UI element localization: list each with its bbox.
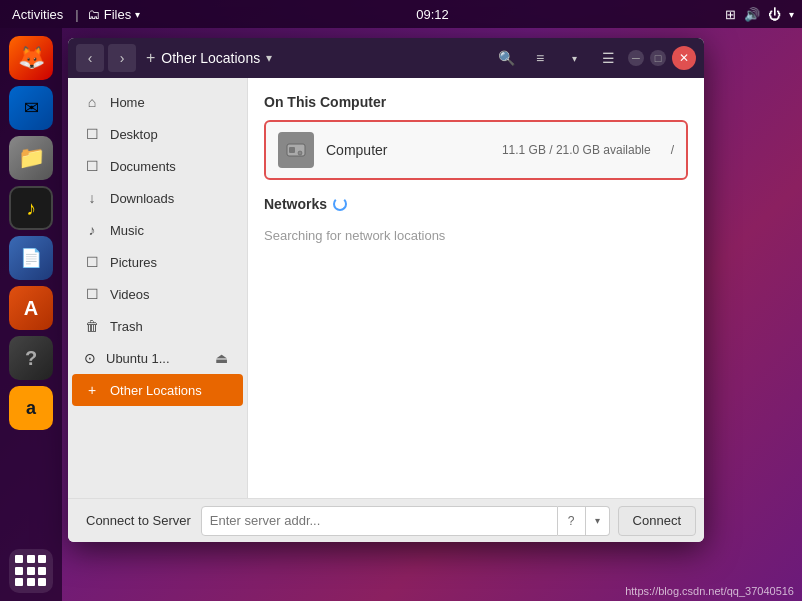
home-icon: ⌂ [84, 94, 100, 110]
sidebar-item-videos[interactable]: ☐ Videos [68, 278, 247, 310]
sidebar-item-pictures[interactable]: ☐ Pictures [68, 246, 247, 278]
network-icon[interactable]: ⊞ [725, 7, 736, 22]
taskbar-top: Activities | 🗂 Files ▾ 09:12 ⊞ 🔊 ⏻ ▾ [0, 0, 802, 28]
sidebar-item-documents[interactable]: ☐ Documents [68, 150, 247, 182]
svg-point-2 [298, 151, 302, 155]
networks-section-title: Networks [264, 196, 688, 212]
music-icon: ♪ [84, 222, 100, 238]
on-this-computer-title: On This Computer [264, 94, 688, 110]
search-button[interactable]: 🔍 [492, 44, 520, 72]
sidebar-music-label: Music [110, 223, 144, 238]
file-manager-window: ‹ › + Other Locations ▾ 🔍 ≡ ▾ ☰ ─ □ ✕ ⌂ … [68, 38, 704, 542]
downloads-icon: ↓ [84, 190, 100, 206]
power-icon[interactable]: ⏻ [768, 7, 781, 22]
desktop-icon-sidebar: ☐ [84, 126, 100, 142]
dock-item-software-center[interactable]: A [9, 286, 53, 330]
files-menu-button[interactable]: 🗂 Files ▾ [87, 7, 140, 22]
thunderbird-icon: ✉ [24, 97, 39, 119]
forward-button[interactable]: › [108, 44, 136, 72]
server-address-input[interactable] [201, 506, 558, 536]
sidebar-videos-label: Videos [110, 287, 150, 302]
dock-left: 🦊 ✉ 📁 ♪ 📄 A ? a [0, 28, 62, 601]
computer-space-info: 11.1 GB / 21.0 GB available [502, 143, 651, 157]
content-area: ⌂ Home ☐ Desktop ☐ Documents ↓ Downloads… [68, 78, 704, 498]
computer-drive-item[interactable]: Computer 11.1 GB / 21.0 GB available / [264, 120, 688, 180]
sidebar-downloads-label: Downloads [110, 191, 174, 206]
bottom-bar: Connect to Server ? ▾ Connect [68, 498, 704, 542]
back-button[interactable]: ‹ [76, 44, 104, 72]
dock-item-files[interactable]: 📁 [9, 136, 53, 180]
activities-button[interactable]: Activities [8, 7, 67, 22]
computer-path-label: / [671, 143, 674, 157]
amazon-icon: a [26, 398, 36, 419]
breadcrumb-location: Other Locations [161, 50, 260, 66]
sidebar-item-home[interactable]: ⌂ Home [68, 86, 247, 118]
hard-disk-icon [278, 132, 314, 168]
dock-item-writer[interactable]: 📄 [9, 236, 53, 280]
sidebar-documents-label: Documents [110, 159, 176, 174]
title-bar: ‹ › + Other Locations ▾ 🔍 ≡ ▾ ☰ ─ □ ✕ [68, 38, 704, 78]
view-list-button[interactable]: ≡ [526, 44, 554, 72]
sidebar-trash-label: Trash [110, 319, 143, 334]
sidebar: ⌂ Home ☐ Desktop ☐ Documents ↓ Downloads… [68, 78, 248, 498]
files-menu-chevron: ▾ [135, 9, 140, 20]
connect-button[interactable]: Connect [618, 506, 696, 536]
videos-icon: ☐ [84, 286, 100, 302]
breadcrumb: + Other Locations ▾ [146, 49, 272, 67]
sidebar-desktop-label: Desktop [110, 127, 158, 142]
eject-button[interactable]: ⏏ [211, 348, 231, 368]
files-dock-icon: 📁 [18, 145, 45, 171]
nav-buttons: ‹ › [76, 44, 136, 72]
ubuntu-disk-icon: ⊙ [84, 350, 96, 366]
dock-item-rhythmbox[interactable]: ♪ [9, 186, 53, 230]
help-icon: ? [25, 347, 37, 370]
server-dropdown-button[interactable]: ▾ [586, 506, 610, 536]
dock-item-amazon[interactable]: a [9, 386, 53, 430]
pictures-icon: ☐ [84, 254, 100, 270]
show-apps-button[interactable] [9, 549, 53, 593]
software-icon: A [24, 297, 38, 320]
documents-icon: ☐ [84, 158, 100, 174]
sidebar-item-ubuntu[interactable]: ⊙ Ubuntu 1... ⏏ [68, 342, 247, 374]
computer-label: Computer [326, 142, 387, 158]
networks-label: Networks [264, 196, 327, 212]
window-actions: 🔍 ≡ ▾ ☰ ─ □ ✕ [492, 44, 696, 72]
view-dropdown-button[interactable]: ▾ [560, 44, 588, 72]
close-button[interactable]: ✕ [672, 46, 696, 70]
dock-item-firefox[interactable]: 🦊 [9, 36, 53, 80]
firefox-icon: 🦊 [18, 45, 45, 71]
sidebar-pictures-label: Pictures [110, 255, 157, 270]
clock-display: 09:12 [416, 7, 449, 22]
main-content-area: On This Computer Computer 11.1 GB / 21.0… [248, 78, 704, 498]
system-menu-chevron[interactable]: ▾ [789, 9, 794, 20]
folder-small-icon: 🗂 [87, 7, 100, 22]
trash-icon: 🗑 [84, 318, 100, 334]
volume-icon[interactable]: 🔊 [744, 7, 760, 22]
url-bar: https://blog.csdn.net/qq_37040516 [625, 585, 794, 597]
sidebar-ubuntu-label: Ubuntu 1... [106, 351, 211, 366]
searching-for-locations-text: Searching for network locations [264, 220, 688, 251]
writer-icon: 📄 [20, 247, 42, 269]
rhythmbox-icon: ♪ [26, 197, 36, 220]
maximize-button[interactable]: □ [650, 50, 666, 66]
sidebar-home-label: Home [110, 95, 145, 110]
dock-item-thunderbird[interactable]: ✉ [9, 86, 53, 130]
sidebar-item-trash[interactable]: 🗑 Trash [68, 310, 247, 342]
server-help-button[interactable]: ? [558, 506, 586, 536]
menu-button[interactable]: ☰ [594, 44, 622, 72]
sidebar-other-locations-label: Other Locations [110, 383, 202, 398]
sidebar-item-downloads[interactable]: ↓ Downloads [68, 182, 247, 214]
other-locations-icon: + [84, 382, 100, 398]
minimize-button[interactable]: ─ [628, 50, 644, 66]
new-folder-button[interactable]: + [146, 49, 155, 67]
network-loading-spinner [333, 197, 347, 211]
sidebar-item-desktop[interactable]: ☐ Desktop [68, 118, 247, 150]
dock-item-help[interactable]: ? [9, 336, 53, 380]
connect-to-server-label: Connect to Server [76, 513, 201, 528]
sidebar-item-other-locations[interactable]: + Other Locations [72, 374, 243, 406]
breadcrumb-dropdown-button[interactable]: ▾ [266, 51, 272, 65]
sidebar-item-music[interactable]: ♪ Music [68, 214, 247, 246]
svg-rect-1 [289, 147, 295, 153]
